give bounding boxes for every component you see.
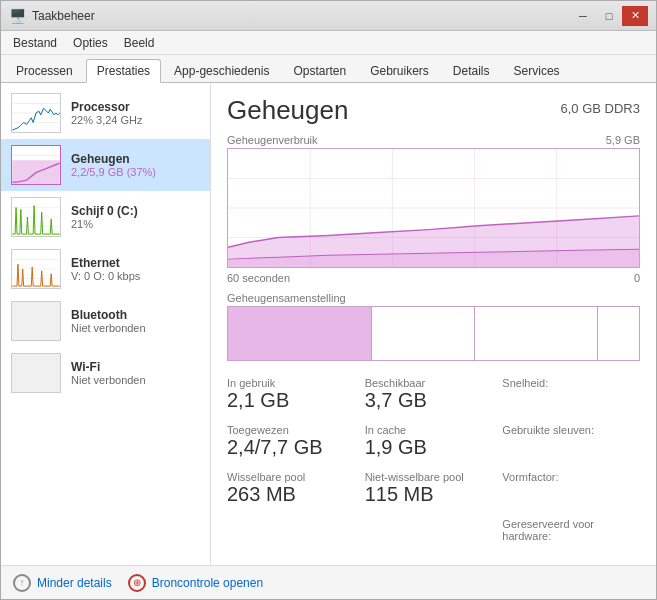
stat-in-gebruik-value: 2,1 GB	[227, 389, 357, 412]
title-bar: 🖥️ Taakbeheer ─ □ ✕	[1, 1, 656, 31]
wifi-detail: Niet verbonden	[71, 374, 200, 386]
stat-wisselbaar-value: 263 MB	[227, 483, 357, 506]
title-bar-left: 🖥️ Taakbeheer	[9, 8, 95, 24]
stat-toegewezen: Toegewezen 2,4/7,7 GB	[227, 420, 365, 463]
chart-time-label: 60 seconden 0	[227, 272, 640, 284]
ethernet-name: Ethernet	[71, 256, 200, 270]
window-icon: 🖥️	[9, 8, 26, 24]
composition-section-label: Geheugensamenstelling	[227, 292, 640, 304]
less-details-label: Minder details	[37, 576, 112, 590]
stat-empty2	[365, 514, 503, 546]
window-title: Taakbeheer	[32, 9, 95, 23]
main-window: 🖥️ Taakbeheer ─ □ ✕ Bestand Opties Beeld…	[0, 0, 657, 600]
stat-snelheid: Snelheid:	[502, 373, 640, 416]
ethernet-detail: V: 0 O: 0 kbps	[71, 270, 200, 282]
processor-detail: 22% 3,24 GHz	[71, 114, 200, 126]
wifi-thumbnail	[11, 353, 61, 393]
stat-beschikbaar-label: Beschikbaar	[365, 377, 495, 389]
tab-gebruikers[interactable]: Gebruikers	[359, 59, 440, 82]
comp-modified	[372, 307, 475, 360]
stat-vormfactor: Vormfactor:	[502, 467, 640, 510]
stat-gereserveerd: Gereserveerd voor hardware:	[502, 514, 640, 546]
ethernet-thumbnail	[11, 249, 61, 289]
tab-app-geschiedenis[interactable]: App-geschiedenis	[163, 59, 280, 82]
stat-sleuven: Gebruikte sleuven:	[502, 420, 640, 463]
memory-name: Geheugen	[71, 152, 200, 166]
stat-niet-wisselbaar: Niet-wisselbare pool 115 MB	[365, 467, 503, 510]
menu-opties[interactable]: Opties	[65, 34, 116, 52]
disk-detail: 21%	[71, 218, 200, 230]
stat-niet-wisselbaar-value: 115 MB	[365, 483, 495, 506]
less-details-icon: ↑	[13, 574, 31, 592]
comp-free	[598, 307, 639, 360]
main-title: Geheugen	[227, 95, 348, 126]
disk-info: Schijf 0 (C:) 21%	[71, 204, 200, 230]
memory-thumbnail	[11, 145, 61, 185]
tabs-bar: Processen Prestaties App-geschiedenis Op…	[1, 55, 656, 83]
chart-value: 5,9 GB	[606, 134, 640, 146]
menu-beeld[interactable]: Beeld	[116, 34, 163, 52]
main-header: Geheugen 6,0 GB DDR3	[227, 95, 640, 126]
sidebar-item-disk[interactable]: Schijf 0 (C:) 21%	[1, 191, 210, 243]
tab-opstarten[interactable]: Opstarten	[282, 59, 357, 82]
bottom-bar: ↑ Minder details ⊕ Broncontrole openen	[1, 565, 656, 599]
stat-in-gebruik-label: In gebruik	[227, 377, 357, 389]
disk-thumbnail	[11, 197, 61, 237]
memory-composition	[227, 306, 640, 361]
chart-section-label: Geheugenverbruik 5,9 GB	[227, 134, 640, 146]
stat-wisselbaar: Wisselbare pool 263 MB	[227, 467, 365, 510]
tab-details[interactable]: Details	[442, 59, 501, 82]
minimize-button[interactable]: ─	[570, 6, 596, 26]
disk-name: Schijf 0 (C:)	[71, 204, 200, 218]
stats-grid: In gebruik 2,1 GB Beschikbaar 3,7 GB Sne…	[227, 373, 640, 546]
sidebar-item-memory[interactable]: Geheugen 2,2/5,9 GB (37%)	[1, 139, 210, 191]
stat-in-cache-label: In cache	[365, 424, 495, 436]
content-area: Processor 22% 3,24 GHz	[1, 83, 656, 565]
bluetooth-thumbnail	[11, 301, 61, 341]
main-subtitle: 6,0 GB DDR3	[561, 101, 640, 116]
processor-thumbnail	[11, 93, 61, 133]
composition-label: Geheugensamenstelling	[227, 292, 346, 304]
comp-in-use	[228, 307, 372, 360]
time-start: 60 seconden	[227, 272, 290, 284]
stat-beschikbaar-value: 3,7 GB	[365, 389, 495, 412]
sidebar-item-bluetooth[interactable]: Bluetooth Niet verbonden	[1, 295, 210, 347]
chart-label: Geheugenverbruik	[227, 134, 318, 146]
tab-prestaties[interactable]: Prestaties	[86, 59, 161, 83]
processor-info: Processor 22% 3,24 GHz	[71, 100, 200, 126]
resource-monitor-button[interactable]: ⊕ Broncontrole openen	[128, 574, 263, 592]
memory-chart	[227, 148, 640, 268]
tab-processen[interactable]: Processen	[5, 59, 84, 82]
stat-snelheid-label: Snelheid:	[502, 377, 632, 389]
title-bar-buttons: ─ □ ✕	[570, 6, 648, 26]
stat-wisselbaar-label: Wisselbare pool	[227, 471, 357, 483]
bluetooth-name: Bluetooth	[71, 308, 200, 322]
sidebar-item-ethernet[interactable]: Ethernet V: 0 O: 0 kbps	[1, 243, 210, 295]
sidebar-item-wifi[interactable]: Wi-Fi Niet verbonden	[1, 347, 210, 399]
stat-sleuven-label: Gebruikte sleuven:	[502, 424, 632, 436]
main-panel: Geheugen 6,0 GB DDR3 Geheugenverbruik 5,…	[211, 83, 656, 565]
ethernet-info: Ethernet V: 0 O: 0 kbps	[71, 256, 200, 282]
comp-standby	[475, 307, 598, 360]
sidebar-item-processor[interactable]: Processor 22% 3,24 GHz	[1, 87, 210, 139]
stat-toegewezen-label: Toegewezen	[227, 424, 357, 436]
memory-detail: 2,2/5,9 GB (37%)	[71, 166, 200, 178]
processor-name: Processor	[71, 100, 200, 114]
stat-gereserveerd-label: Gereserveerd voor hardware:	[502, 518, 632, 542]
stat-niet-wisselbaar-label: Niet-wisselbare pool	[365, 471, 495, 483]
memory-info: Geheugen 2,2/5,9 GB (37%)	[71, 152, 200, 178]
wifi-name: Wi-Fi	[71, 360, 200, 374]
stat-in-cache-value: 1,9 GB	[365, 436, 495, 459]
menu-bar: Bestand Opties Beeld	[1, 31, 656, 55]
close-button[interactable]: ✕	[622, 6, 648, 26]
stat-in-cache: In cache 1,9 GB	[365, 420, 503, 463]
menu-bestand[interactable]: Bestand	[5, 34, 65, 52]
time-end: 0	[634, 272, 640, 284]
tab-services[interactable]: Services	[503, 59, 571, 82]
bluetooth-info: Bluetooth Niet verbonden	[71, 308, 200, 334]
resource-monitor-label: Broncontrole openen	[152, 576, 263, 590]
sidebar: Processor 22% 3,24 GHz	[1, 83, 211, 565]
stat-empty1	[227, 514, 365, 546]
maximize-button[interactable]: □	[596, 6, 622, 26]
less-details-button[interactable]: ↑ Minder details	[13, 574, 112, 592]
